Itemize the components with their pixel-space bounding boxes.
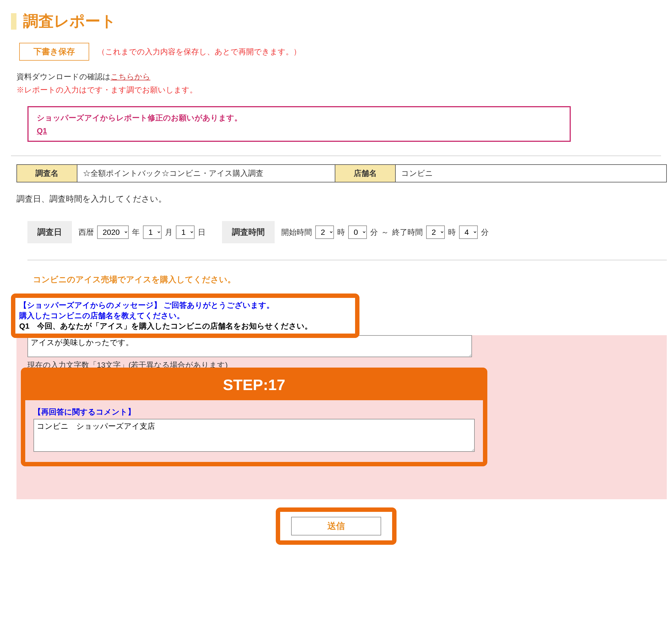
- survey-time-label: 調査時間: [222, 221, 275, 243]
- step-highlight-box: STEP:17 【再回答に関するコメント】: [21, 368, 487, 466]
- date-time-row: 調査日 西暦 2020 年 1 月 1 日 調査時間 開始時間 2 時 0 分 …: [27, 221, 667, 260]
- hour-suffix-1: 時: [337, 227, 345, 238]
- reanswer-comment-label: 【再回答に関するコメント】: [33, 407, 475, 417]
- survey-date-label: 調査日: [27, 221, 72, 243]
- page-title: 調査レポート: [23, 11, 116, 32]
- hour-suffix-2: 時: [448, 227, 456, 238]
- correction-message: ショッパーズアイからレポート修正のお願いがあります。: [37, 113, 561, 123]
- correction-q1-link[interactable]: Q1: [37, 126, 49, 135]
- day-suffix: 日: [198, 227, 206, 238]
- draft-row: 下書き保存 （これまでの入力内容を保存し、あとで再開できます。）: [19, 43, 661, 60]
- time-group: 開始時間 2 時 0 分 ～ 終了時間 2 時 4 分: [281, 225, 489, 239]
- draft-save-button[interactable]: 下書き保存: [19, 43, 89, 60]
- min-suffix-2: 分: [481, 227, 489, 238]
- correction-request-box: ショッパーズアイからレポート修正のお願いがあります。 Q1: [27, 106, 571, 142]
- survey-name-value: ☆全額ポイントバック☆コンビニ・アイス購入調査: [77, 165, 335, 182]
- date-group: 西暦 2020 年 1 月 1 日: [78, 225, 206, 239]
- year-select[interactable]: 2020: [97, 225, 129, 239]
- month-suffix: 月: [165, 227, 173, 238]
- q1-answer-textarea[interactable]: [27, 335, 472, 357]
- shoppers-message-line1: 【ショッパーズアイからのメッセージ】 ご回答ありがとうございます。: [19, 300, 351, 311]
- start-min-select[interactable]: 0: [348, 225, 367, 239]
- end-min-select[interactable]: 4: [459, 225, 478, 239]
- question-section-title: コンビニのアイス売場でアイスを購入してください。: [33, 274, 661, 285]
- q1-text: Q1 今回、あなたが「アイス」を購入したコンビニの店舗名をお知らせください。: [19, 321, 351, 331]
- start-time-label: 開始時間: [281, 227, 312, 238]
- message-highlight-box: 【ショッパーズアイからのメッセージ】 ご回答ありがとうございます。 購入したコン…: [11, 293, 359, 338]
- date-instruction: 調査日、調査時間を入力してください。: [17, 193, 655, 204]
- download-prefix: 資料ダウンロードの確認は: [17, 72, 111, 81]
- answer-pink-area: 現在の入力文字数「13文字」(若干異なる場合があります) STEP:17 【再回…: [17, 335, 667, 499]
- step-label: STEP:17: [25, 372, 483, 400]
- to-label: ～: [381, 227, 389, 238]
- submit-highlight-box: 送信: [276, 508, 397, 545]
- download-line: 資料ダウンロードの確認はこちらから: [17, 72, 661, 82]
- store-name-header: 店舗名: [335, 165, 395, 182]
- year-suffix: 年: [132, 227, 140, 238]
- day-select[interactable]: 1: [176, 225, 195, 239]
- step-inner: 【再回答に関するコメント】: [25, 400, 483, 462]
- min-suffix-1: 分: [370, 227, 378, 238]
- divider: [11, 155, 661, 156]
- shoppers-message-line2: 購入したコンビニの店舗名を教えてください。: [19, 311, 351, 321]
- submit-button[interactable]: 送信: [291, 517, 381, 535]
- store-name-value: コンビニ: [395, 165, 667, 182]
- survey-name-header: 調査名: [17, 165, 77, 182]
- input-style-notice: ※レポートの入力はです・ます調でお願いします。: [17, 85, 661, 95]
- start-hour-select[interactable]: 2: [315, 225, 334, 239]
- end-hour-select[interactable]: 2: [426, 225, 445, 239]
- end-time-label: 終了時間: [392, 227, 423, 238]
- month-select[interactable]: 1: [143, 225, 162, 239]
- submit-wrap: 送信: [11, 508, 661, 545]
- draft-help-text: （これまでの入力内容を保存し、あとで再開できます。）: [97, 47, 301, 57]
- survey-info-table: 調査名 ☆全額ポイントバック☆コンビニ・アイス購入調査 店舗名 コンビニ: [17, 164, 667, 183]
- seireki-label: 西暦: [78, 227, 94, 238]
- page-title-wrap: 調査レポート: [11, 11, 661, 32]
- table-row: 調査名 ☆全額ポイントバック☆コンビニ・アイス購入調査 店舗名 コンビニ: [17, 165, 667, 182]
- download-link[interactable]: こちらから: [111, 72, 150, 81]
- reanswer-comment-textarea[interactable]: [33, 419, 475, 452]
- title-accent-bar: [11, 13, 17, 30]
